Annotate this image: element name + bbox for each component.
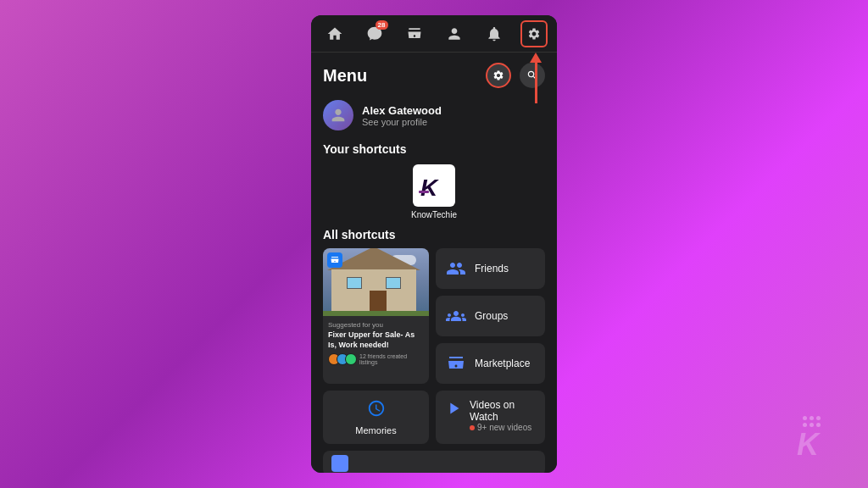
marketplace-shortcut-card[interactable]: Marketplace	[436, 343, 545, 384]
profile-subtext: See your profile	[362, 117, 442, 127]
dot	[816, 416, 821, 420]
marketplace-label: Marketplace	[475, 358, 530, 369]
memories-label: Memories	[355, 425, 396, 435]
ad-body: Suggested for you Fixer Upper for Sale- …	[323, 316, 429, 370]
groups-label: Groups	[475, 310, 508, 322]
nav-bell[interactable]	[481, 20, 508, 47]
memories-icon	[367, 399, 386, 422]
knowtechie-label: KnowTechie	[411, 210, 457, 219]
nav-store[interactable]	[401, 20, 428, 47]
top-navigation: 28	[311, 15, 557, 53]
knowtechie-shortcut[interactable]: K KnowTechie	[311, 161, 557, 223]
bottom-extra-card[interactable]	[323, 451, 545, 473]
your-shortcuts-label: Your shortcuts	[311, 139, 557, 161]
nav-profile[interactable]	[441, 20, 468, 47]
menu-content: Menu Alex Gatewood See your profile Your…	[311, 53, 557, 473]
watermark-k: K	[797, 427, 819, 463]
new-videos-dot	[470, 425, 475, 430]
friends-icon	[444, 257, 468, 280]
ground	[323, 311, 429, 316]
videos-card[interactable]: Videos on Watch 9+ new videos	[436, 391, 545, 444]
ad-friends-text: 12 friends created listings	[359, 353, 424, 365]
k-logo-image: K	[413, 164, 455, 207]
house-window-left	[347, 277, 362, 289]
memories-card[interactable]: Memories	[323, 391, 429, 444]
videos-info: Videos on Watch 9+ new videos	[470, 399, 537, 432]
messenger-badge: 28	[376, 20, 388, 30]
shortcuts-grid: Suggested for you Fixer Upper for Sale- …	[311, 248, 557, 384]
videos-label: Videos on Watch	[470, 399, 537, 423]
menu-title: Menu	[323, 66, 367, 86]
house-body	[331, 269, 416, 316]
friend-avatars	[328, 353, 357, 365]
house-window-right	[386, 277, 401, 289]
marketplace-small-icon	[327, 252, 342, 268]
svg-rect-2	[419, 191, 429, 193]
nav-home[interactable]	[321, 20, 348, 47]
extra-card-icon	[331, 455, 348, 472]
settings-button[interactable]	[486, 63, 511, 88]
videos-new-count: 9+ new videos	[477, 423, 531, 432]
ad-friends: 12 friends created listings	[328, 353, 424, 365]
friends-label: Friends	[475, 263, 509, 274]
profile-name: Alex Gatewood	[362, 104, 442, 117]
arrow-line	[535, 61, 537, 103]
profile-info: Alex Gatewood See your profile	[362, 104, 442, 127]
all-shortcuts-label: All shortcuts	[311, 223, 557, 248]
nav-messenger[interactable]: 28	[361, 20, 388, 47]
friend-avatar-3	[345, 353, 357, 365]
groups-shortcut-card[interactable]: Groups	[436, 296, 545, 336]
phone-frame: 28 Menu	[311, 15, 557, 473]
ad-suggested-text: Suggested for you	[328, 321, 424, 329]
ad-title: Fixer Upper for Sale- As Is, Work needed…	[328, 330, 424, 350]
shortcuts-right-column: Friends Groups Marketplace	[436, 248, 545, 384]
marketplace-ad-card[interactable]: Suggested for you Fixer Upper for Sale- …	[323, 248, 429, 384]
arrow-indicator	[530, 53, 542, 103]
dot	[803, 416, 807, 420]
nav-menu-settings[interactable]	[520, 20, 548, 47]
friends-shortcut-card[interactable]: Friends	[436, 248, 545, 289]
videos-subtext: 9+ new videos	[470, 423, 537, 432]
dot	[810, 423, 814, 427]
groups-icon	[444, 304, 468, 328]
profile-section[interactable]: Alex Gatewood See your profile	[311, 95, 557, 139]
dot	[816, 423, 821, 427]
dot	[803, 423, 807, 427]
watermark-dots	[803, 416, 821, 427]
marketplace-icon	[444, 352, 468, 375]
dot	[810, 416, 814, 420]
videos-icon	[444, 399, 463, 422]
avatar	[323, 100, 353, 130]
menu-header: Menu	[311, 53, 557, 95]
bottom-row: Memories Videos on Watch 9+ new videos	[311, 391, 557, 444]
svg-text:K: K	[420, 175, 439, 201]
ad-image	[323, 248, 429, 316]
